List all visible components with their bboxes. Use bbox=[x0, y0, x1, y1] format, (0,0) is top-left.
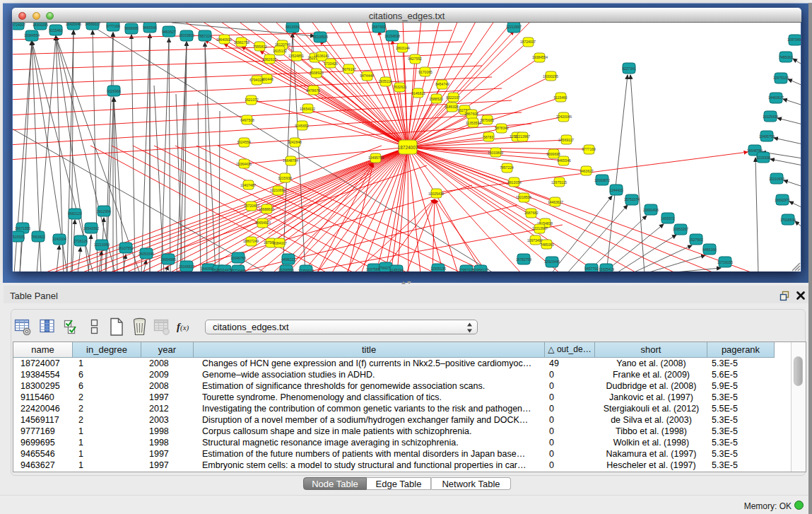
svg-text:16154838: 16154838 bbox=[384, 34, 400, 38]
svg-text:7857224: 7857224 bbox=[500, 165, 514, 170]
svg-text:9465546: 9465546 bbox=[557, 158, 571, 163]
svg-text:16648784: 16648784 bbox=[283, 158, 298, 163]
svg-text:2718126: 2718126 bbox=[73, 239, 88, 243]
svg-text:17359924: 17359924 bbox=[298, 269, 314, 271]
svg-text:12213389: 12213389 bbox=[94, 243, 110, 247]
svg-text:14463627: 14463627 bbox=[548, 200, 563, 204]
svg-text:18300295: 18300295 bbox=[33, 23, 48, 27]
svg-text:10025438: 10025438 bbox=[428, 192, 444, 196]
svg-text:2687682: 2687682 bbox=[524, 211, 539, 215]
svg-text:1362615: 1362615 bbox=[262, 57, 276, 62]
svg-text:8813054: 8813054 bbox=[507, 180, 522, 185]
svg-text:10688609: 10688609 bbox=[259, 207, 274, 211]
svg-text:16671355: 16671355 bbox=[15, 226, 30, 230]
svg-text:18300295: 18300295 bbox=[543, 74, 558, 78]
svg-text:9146821: 9146821 bbox=[411, 91, 425, 95]
svg-text:12213967: 12213967 bbox=[506, 25, 522, 29]
svg-text:16107552: 16107552 bbox=[118, 246, 134, 250]
svg-text:16961758: 16961758 bbox=[234, 40, 249, 45]
svg-text:15751074: 15751074 bbox=[624, 197, 640, 201]
svg-text:16033809: 16033809 bbox=[488, 151, 503, 155]
svg-text:2242004: 2242004 bbox=[52, 237, 66, 241]
svg-text:9427552: 9427552 bbox=[408, 57, 422, 61]
svg-text:1621072: 1621072 bbox=[245, 98, 259, 102]
svg-text:1733426: 1733426 bbox=[324, 62, 338, 66]
svg-text:22420046: 22420046 bbox=[556, 115, 572, 119]
svg-text:20691406: 20691406 bbox=[643, 208, 659, 212]
svg-text:19218506: 19218506 bbox=[516, 195, 531, 199]
svg-text:9245652: 9245652 bbox=[295, 124, 309, 128]
svg-text:20206556: 20206556 bbox=[278, 268, 294, 271]
svg-text:12975115: 12975115 bbox=[773, 76, 789, 80]
svg-text:3912954: 3912954 bbox=[97, 209, 111, 214]
svg-text:12975115: 12975115 bbox=[551, 180, 567, 185]
svg-text:8478676: 8478676 bbox=[306, 88, 320, 93]
svg-text:9777169: 9777169 bbox=[582, 147, 596, 151]
svg-text:1615132: 1615132 bbox=[273, 49, 287, 53]
svg-text:19384554: 19384554 bbox=[532, 55, 548, 59]
svg-text:16033809: 16033809 bbox=[179, 33, 194, 37]
svg-text:14136141: 14136141 bbox=[314, 54, 329, 58]
svg-text:3024554: 3024554 bbox=[237, 140, 251, 144]
svg-text:3215938: 3215938 bbox=[278, 176, 292, 180]
svg-text:14569117: 14569117 bbox=[558, 138, 574, 142]
svg-text:10958127: 10958127 bbox=[473, 268, 488, 271]
svg-text:16543362: 16543362 bbox=[83, 226, 99, 230]
svg-text:7857224: 7857224 bbox=[198, 34, 212, 38]
svg-text:18640910: 18640910 bbox=[216, 37, 232, 42]
svg-text:18807249: 18807249 bbox=[243, 239, 259, 243]
svg-text:7515525: 7515525 bbox=[13, 235, 25, 239]
svg-text:22420046: 22420046 bbox=[66, 23, 81, 26]
svg-text:7632621: 7632621 bbox=[393, 85, 407, 89]
svg-text:19654985: 19654985 bbox=[160, 257, 176, 262]
svg-text:18724007: 18724007 bbox=[13, 23, 25, 27]
svg-text:6679197: 6679197 bbox=[342, 67, 356, 71]
svg-text:10653267: 10653267 bbox=[673, 227, 688, 231]
svg-text:8454749: 8454749 bbox=[435, 82, 449, 86]
svg-text:10046766: 10046766 bbox=[230, 256, 246, 260]
svg-text:9463627: 9463627 bbox=[579, 169, 594, 173]
svg-text:2867608: 2867608 bbox=[464, 112, 478, 116]
svg-text:19384554: 19384554 bbox=[24, 33, 40, 37]
svg-text:13524851: 13524851 bbox=[288, 54, 304, 58]
svg-text:12213967: 12213967 bbox=[532, 226, 548, 230]
svg-text:12093872: 12093872 bbox=[594, 178, 610, 182]
svg-text:19166827: 19166827 bbox=[179, 264, 194, 269]
svg-text:20364436: 20364436 bbox=[236, 162, 252, 166]
svg-text:6497508: 6497508 bbox=[240, 118, 254, 122]
svg-text:14463627: 14463627 bbox=[768, 95, 784, 100]
svg-text:14569117: 14569117 bbox=[85, 23, 100, 26]
svg-text:10407487: 10407487 bbox=[240, 183, 256, 187]
svg-text:11353594: 11353594 bbox=[466, 121, 481, 125]
svg-text:16654923: 16654923 bbox=[255, 221, 271, 225]
svg-text:7663822: 7663822 bbox=[31, 235, 45, 239]
svg-text:12923446: 12923446 bbox=[544, 259, 560, 264]
svg-text:6794028: 6794028 bbox=[249, 78, 264, 82]
svg-text:7485063: 7485063 bbox=[540, 243, 554, 247]
svg-text:3215938: 3215938 bbox=[756, 156, 770, 160]
svg-text:12213967: 12213967 bbox=[514, 134, 530, 139]
svg-text:17016534: 17016534 bbox=[780, 218, 796, 222]
svg-text:10973493: 10973493 bbox=[787, 37, 801, 42]
svg-text:9474444: 9474444 bbox=[360, 74, 374, 78]
svg-text:8322037: 8322037 bbox=[446, 95, 460, 100]
svg-text:13325419: 13325419 bbox=[599, 267, 614, 271]
svg-text:7955812: 7955812 bbox=[253, 45, 267, 49]
svg-text:9170065: 9170065 bbox=[418, 70, 433, 74]
svg-text:9777169: 9777169 bbox=[106, 24, 120, 28]
svg-text:7485063: 7485063 bbox=[779, 55, 793, 59]
svg-text:2935114: 2935114 bbox=[378, 79, 392, 83]
svg-text:9242848: 9242848 bbox=[288, 140, 302, 144]
svg-text:10719155: 10719155 bbox=[717, 260, 733, 264]
svg-text:10210693: 10210693 bbox=[270, 188, 286, 192]
svg-text:2803144: 2803144 bbox=[396, 46, 410, 50]
svg-text:26053346: 26053346 bbox=[139, 252, 154, 256]
svg-text:10654112: 10654112 bbox=[300, 107, 315, 111]
svg-text:15716485: 15716485 bbox=[230, 269, 246, 271]
svg-text:9115460: 9115460 bbox=[553, 95, 567, 100]
svg-text:8813054: 8813054 bbox=[286, 25, 300, 29]
svg-text:13495759: 13495759 bbox=[368, 156, 384, 160]
svg-text:1405572: 1405572 bbox=[661, 216, 675, 221]
svg-text:3875685: 3875685 bbox=[480, 118, 494, 122]
svg-text:1588520: 1588520 bbox=[429, 97, 443, 101]
